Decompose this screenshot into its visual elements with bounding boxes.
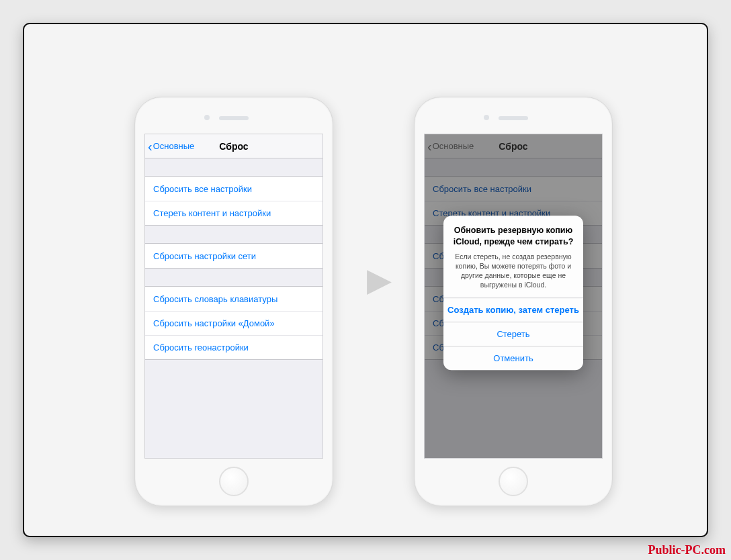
row-label: Сбросить геонастройки <box>153 342 249 353</box>
group-3: Сбросить словарь клавиатуры Сбросить нас… <box>145 286 322 360</box>
row-reset-network[interactable]: Сбросить настройки сети <box>145 244 322 268</box>
chevron-left-icon: ‹ <box>148 140 153 153</box>
row-label: Сбросить настройки сети <box>153 251 256 261</box>
reset-list: Сбросить все настройки Стереть контент и… <box>145 158 322 360</box>
arrow-right-icon: ▶ <box>367 264 392 296</box>
navbar: ‹ Основные Сброс <box>145 134 322 158</box>
alert-body: Обновить резервную копию iCloud, прежде … <box>443 216 583 297</box>
row-label: Сбросить все настройки <box>153 184 252 194</box>
screen-right: ‹ Основные Сброс Сбросить все настройки … <box>424 134 603 459</box>
alert-button-label: Создать копию, затем стереть <box>447 306 579 316</box>
home-button[interactable] <box>499 467 528 496</box>
watermark: Public-PC.com <box>648 543 726 557</box>
alert-button-label: Отменить <box>493 354 533 364</box>
phone-right: ‹ Основные Сброс Сбросить все настройки … <box>414 97 613 506</box>
nav-back-label: Основные <box>153 141 195 151</box>
phone-speaker <box>219 116 249 120</box>
alert-title: Обновить резервную копию iCloud, прежде … <box>452 225 575 248</box>
phone-camera <box>204 115 210 120</box>
spacer <box>145 269 322 286</box>
group-1: Сбросить все настройки Стереть контент и… <box>145 176 322 226</box>
row-label: Стереть контент и настройки <box>153 208 271 218</box>
row-reset-all-settings[interactable]: Сбросить все настройки <box>145 177 322 201</box>
phone-speaker <box>499 116 528 120</box>
phone-camera <box>484 115 489 120</box>
home-button[interactable] <box>219 467 249 496</box>
image-frame: ‹ Основные Сброс Сбросить все настройки … <box>23 23 708 537</box>
spacer <box>145 158 322 176</box>
row-reset-keyboard[interactable]: Сбросить словарь клавиатуры <box>145 287 322 311</box>
nav-title: Сброс <box>219 141 248 152</box>
alert-cancel-button[interactable]: Отменить <box>443 346 583 371</box>
alert-message: Если стереть, не создав резервную копию,… <box>452 252 575 290</box>
nav-back-button[interactable]: ‹ Основные <box>148 134 194 158</box>
spacer <box>145 226 322 243</box>
phone-left: ‹ Основные Сброс Сбросить все настройки … <box>134 97 333 506</box>
row-erase-content[interactable]: Стереть контент и настройки <box>145 201 322 225</box>
group-2: Сбросить настройки сети <box>145 243 322 269</box>
row-reset-home[interactable]: Сбросить настройки «Домой» <box>145 311 322 335</box>
row-reset-location[interactable]: Сбросить геонастройки <box>145 335 322 359</box>
alert-dialog: Обновить резервную копию iCloud, прежде … <box>443 216 583 370</box>
alert-erase-button[interactable]: Стереть <box>443 322 583 346</box>
row-label: Сбросить словарь клавиатуры <box>153 294 277 304</box>
alert-backup-then-erase-button[interactable]: Создать копию, затем стереть <box>443 298 583 322</box>
screen-left: ‹ Основные Сброс Сбросить все настройки … <box>144 134 323 459</box>
alert-button-label: Стереть <box>497 330 529 340</box>
row-label: Сбросить настройки «Домой» <box>153 318 275 328</box>
